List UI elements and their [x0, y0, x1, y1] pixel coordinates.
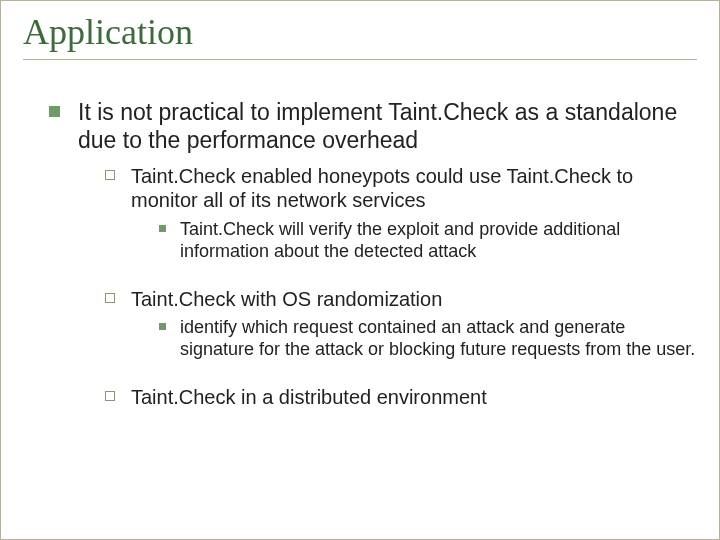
hollow-square-icon: [105, 170, 115, 180]
slide: Application It is not practical to imple…: [0, 0, 720, 540]
small-square-icon: [159, 323, 166, 330]
bullet-text: identify which request contained an atta…: [180, 317, 697, 361]
bullet-text: It is not practical to implement Taint.C…: [78, 98, 697, 154]
bullet-text: Taint.Check enabled honeypots could use …: [131, 164, 697, 213]
bullet-level2: Taint.Check with OS randomization: [105, 287, 697, 311]
square-bullet-icon: [49, 106, 60, 117]
bullet-level1: It is not practical to implement Taint.C…: [49, 98, 697, 154]
bullet-level2: Taint.Check enabled honeypots could use …: [105, 164, 697, 213]
hollow-square-icon: [105, 293, 115, 303]
bullet-text: Taint.Check will verify the exploit and …: [180, 219, 697, 263]
bullet-text: Taint.Check with OS randomization: [131, 287, 697, 311]
bullet-text: Taint.Check in a distributed environment: [131, 385, 697, 409]
bullet-level2: Taint.Check in a distributed environment: [105, 385, 697, 409]
bullet-level3: Taint.Check will verify the exploit and …: [159, 219, 697, 263]
title-rule: [23, 59, 697, 60]
bullet-level3: identify which request contained an atta…: [159, 317, 697, 361]
hollow-square-icon: [105, 391, 115, 401]
slide-title: Application: [23, 11, 697, 53]
small-square-icon: [159, 225, 166, 232]
